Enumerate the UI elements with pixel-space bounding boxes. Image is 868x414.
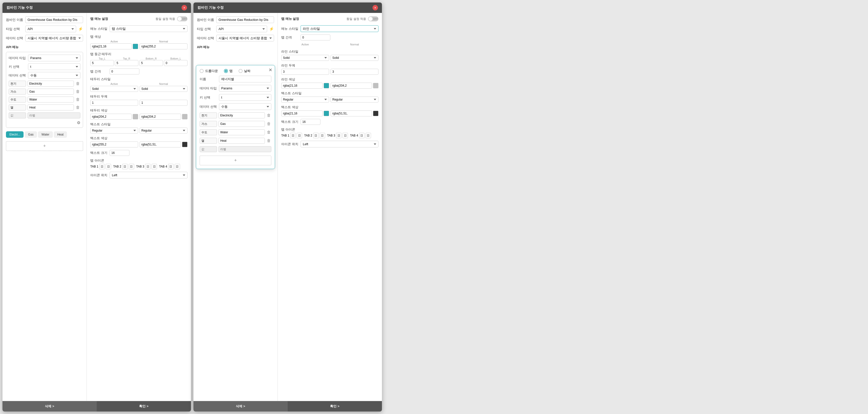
border-style-normal-select[interactable]: Solid — [140, 86, 187, 92]
border-color-active-swatch[interactable] — [133, 114, 138, 119]
tab-btn-gas[interactable]: Gas — [25, 131, 37, 138]
d2-text-size-input[interactable] — [301, 119, 320, 125]
type-select[interactable]: API — [25, 26, 76, 32]
tab-btn-water[interactable]: Water — [38, 131, 53, 138]
tab-3-icon-2[interactable]: 🖼 — [152, 164, 157, 169]
modal-delete-2[interactable]: 🗑 — [266, 121, 271, 126]
modal-val-2[interactable] — [218, 121, 265, 127]
d2-tab-3-icon-1[interactable]: 🖼 — [336, 133, 341, 138]
d2-tab-1-icon-1[interactable]: 🖼 — [290, 133, 296, 138]
toggle-switch[interactable]: OFF — [177, 17, 187, 21]
d2-text-style-active-select[interactable]: Regular — [281, 96, 329, 102]
tab-btn-heat[interactable]: Heat — [54, 131, 67, 138]
tab-1-icon-1[interactable]: 🖼 — [99, 164, 105, 169]
d2-type-select[interactable]: API — [216, 26, 267, 32]
border-top-r-input[interactable] — [115, 60, 138, 66]
d2-tab-3-icon-2[interactable]: 🖼 — [342, 133, 348, 138]
text-size-input[interactable] — [110, 150, 129, 156]
data-key-3[interactable] — [9, 96, 26, 102]
modal-val-1[interactable] — [218, 113, 265, 118]
d2-toggle-switch[interactable]: OFF — [368, 17, 378, 21]
d2-menu-style-select[interactable]: 라인 스타일 — [301, 25, 378, 32]
border-color-active-input[interactable] — [90, 114, 132, 120]
data-val-2[interactable] — [28, 89, 74, 94]
modal-val-3[interactable] — [218, 129, 265, 135]
tab-color-active-input[interactable] — [90, 43, 132, 50]
tab-3-icon-1[interactable]: 🖼 — [145, 164, 151, 169]
d2-line-color-normal-input[interactable] — [331, 83, 372, 89]
radio-date[interactable]: 날짜 — [239, 69, 250, 73]
dialog-2-close-button[interactable]: × — [372, 5, 378, 10]
placeholder-val[interactable] — [28, 113, 80, 118]
tab-btn-electricity[interactable]: Electri... — [6, 131, 24, 138]
d2-gap-input[interactable] — [301, 34, 330, 40]
lightning-icon[interactable]: ⚡ — [78, 27, 83, 31]
tab-4-icon-1[interactable]: 🖼 — [168, 164, 174, 169]
modal-delete-4[interactable]: 🗑 — [266, 138, 271, 144]
modal-data-type-select[interactable]: Params — [219, 85, 271, 92]
d2-line-color-active-input[interactable] — [281, 83, 323, 89]
delete-btn-1[interactable]: 🗑 — [75, 81, 80, 86]
border-top-l-input[interactable] — [90, 60, 114, 66]
delete-btn-4[interactable]: 🗑 — [75, 105, 80, 110]
gap-input[interactable] — [110, 68, 140, 75]
tab-color-normal-input[interactable] — [140, 43, 187, 50]
border-width-active-input[interactable] — [90, 100, 138, 106]
d2-line-width-active-input[interactable] — [281, 69, 329, 75]
name-input[interactable] — [25, 17, 83, 23]
modal-key-4[interactable] — [199, 138, 217, 144]
text-style-normal-select[interactable]: Regular — [140, 127, 187, 134]
delete-btn-3[interactable]: 🗑 — [75, 97, 80, 102]
modal-val-4[interactable] — [218, 138, 265, 144]
d2-text-color-active-swatch[interactable] — [323, 111, 329, 116]
d2-line-color-active-swatch[interactable] — [323, 83, 329, 88]
d2-name-input[interactable] — [216, 17, 274, 23]
tab-1-icon-2[interactable]: 🖼 — [106, 164, 111, 169]
d2-tab-2-icon-2[interactable]: 🖼 — [320, 133, 325, 138]
border-color-normal-swatch[interactable] — [182, 114, 187, 119]
modal-key-select[interactable]: t — [219, 94, 271, 101]
data-key-2[interactable] — [9, 89, 26, 94]
delete-footer-button[interactable]: 삭제 > — [2, 401, 97, 412]
data-key-4[interactable] — [9, 105, 26, 111]
d2-delete-footer-button[interactable]: 삭제 > — [193, 401, 288, 412]
data-key-1[interactable] — [9, 81, 26, 87]
text-style-active-select[interactable]: Regular — [90, 127, 138, 134]
data-val-3[interactable] — [28, 96, 74, 102]
text-color-active-input[interactable] — [90, 142, 138, 147]
tab-2-icon-1[interactable]: 🖼 — [122, 164, 128, 169]
delete-btn-2[interactable]: 🗑 — [75, 89, 80, 94]
d2-text-color-normal-swatch[interactable] — [373, 111, 378, 116]
data-select[interactable]: 서울시 지역별 에너지 소비량 종합 — [25, 35, 83, 41]
modal-delete-3[interactable]: 🗑 — [266, 129, 271, 135]
modal-add-button[interactable]: + — [199, 156, 271, 165]
d2-line-width-normal-input[interactable] — [331, 69, 378, 75]
radio-tab[interactable]: 탭 — [224, 69, 232, 73]
data-val-4[interactable] — [28, 105, 74, 111]
dialog-1-close-button[interactable]: × — [182, 5, 187, 10]
d2-tab-1-icon-2[interactable]: 🖼 — [297, 133, 302, 138]
d2-data-select[interactable]: 서울시 지역별 에너지 소비량 종합 — [216, 35, 274, 41]
icon-pos-select[interactable]: Left — [110, 172, 187, 178]
data-sel-select[interactable]: 수동 — [28, 72, 80, 79]
data-type-select[interactable]: Params — [28, 55, 80, 61]
d2-text-style-normal-select[interactable]: Regular — [331, 96, 378, 102]
border-bottom-r-input[interactable] — [140, 60, 163, 66]
d2-line-style-normal-select[interactable]: Solid — [331, 55, 378, 61]
d2-icon-pos-select[interactable]: Left — [301, 141, 378, 147]
radio-dropdown[interactable]: 드롭다운 — [199, 69, 218, 73]
tab-2-icon-2[interactable]: 🖼 — [129, 164, 134, 169]
data-val-1[interactable] — [28, 81, 74, 87]
key-select[interactable]: t — [28, 63, 80, 70]
tab-4-icon-2[interactable]: 🖼 — [175, 164, 180, 169]
border-bottom-l-input[interactable] — [164, 60, 187, 66]
modal-placeholder-val[interactable] — [218, 146, 271, 152]
modal-key-1[interactable] — [199, 113, 217, 118]
modal-data-sel-select[interactable]: 수동 — [219, 103, 271, 110]
border-width-normal-input[interactable] — [140, 100, 187, 106]
menu-style-select[interactable]: 탭 스타일 — [110, 25, 187, 32]
text-color-normal-swatch[interactable] — [182, 142, 187, 147]
tab-color-active-swatch[interactable] — [133, 44, 138, 49]
add-button[interactable]: + — [6, 141, 83, 151]
confirm-footer-button[interactable]: 확인 > — [97, 401, 191, 412]
